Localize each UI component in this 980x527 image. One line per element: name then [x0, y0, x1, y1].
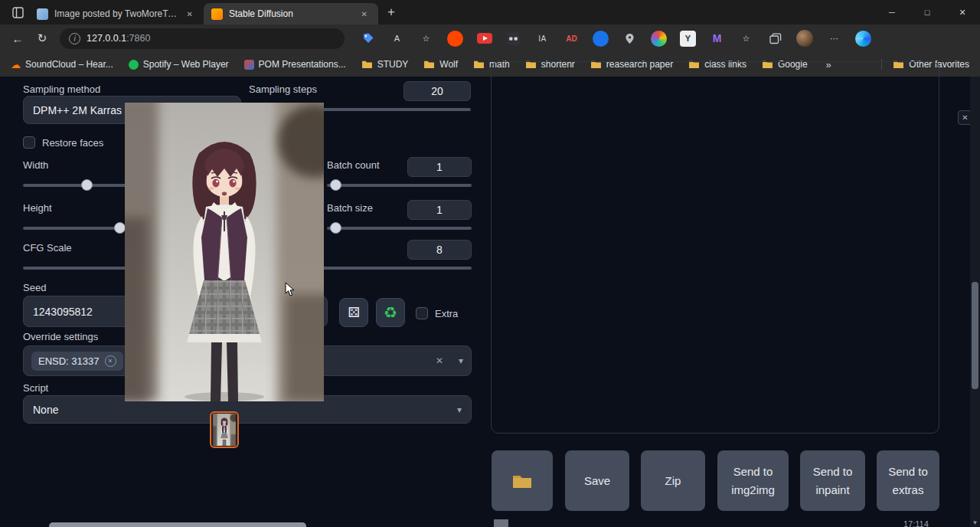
bookmark-label: SoundCloud – Hear...: [25, 59, 113, 70]
generated-image[interactable]: [125, 103, 324, 401]
tab-close-icon[interactable]: ✕: [184, 8, 196, 20]
new-tab-button[interactable]: +: [378, 5, 404, 20]
thumbnail-image: [213, 414, 236, 446]
cfg-scale-input[interactable]: 8: [407, 240, 472, 260]
profile-avatar[interactable]: [796, 30, 813, 47]
settings-more-icon[interactable]: ⋯: [826, 31, 842, 47]
tag-icon: [362, 32, 374, 44]
save-button[interactable]: Save: [565, 450, 629, 511]
tab-favicon-image-post: [37, 8, 48, 20]
sampling-method-value: DPM++ 2M Karras: [33, 104, 122, 116]
url-host: 127.0.0.1: [87, 33, 126, 44]
slider-handle[interactable]: [114, 222, 126, 234]
sampling-steps-input[interactable]: 20: [403, 81, 471, 101]
adblock-extension-icon[interactable]: AD: [564, 31, 580, 47]
collections-icon[interactable]: [767, 31, 783, 47]
back-button[interactable]: ←: [8, 28, 28, 48]
scroll-down-arrow-icon[interactable]: ▼: [970, 519, 980, 526]
blue-extension-icon[interactable]: [593, 31, 609, 47]
site-info-icon[interactable]: i: [69, 33, 80, 44]
batch-count-slider[interactable]: [327, 179, 472, 191]
width-label: Width: [23, 159, 48, 171]
youtube-extension-icon[interactable]: [476, 31, 492, 47]
mouse-cursor: [285, 282, 296, 297]
dice-icon: ⚄: [348, 304, 360, 321]
chevron-down-icon[interactable]: ▾: [459, 355, 463, 366]
batch-size-slider[interactable]: [327, 222, 472, 234]
clear-override-icon[interactable]: ✕: [436, 355, 443, 366]
tab-close-icon[interactable]: ✕: [358, 8, 371, 20]
collections-rects-icon: [769, 33, 782, 44]
shopping-tag-icon[interactable]: [360, 31, 376, 47]
mal-extension-icon[interactable]: M: [709, 31, 725, 47]
slider-handle[interactable]: [330, 222, 341, 234]
tampermonkey-extension-icon[interactable]: [505, 31, 521, 47]
tab-bar: Image posted by TwoMoreTimes ✕ Stable Di…: [0, 0, 980, 25]
bookmark-soundcloud[interactable]: ☁SoundCloud – Hear...: [11, 59, 113, 70]
browser-window: Image posted by TwoMoreTimes ✕ Stable Di…: [0, 0, 980, 527]
stable-diffusion-page: Sampling method Sampling steps 20 DPM++ …: [0, 77, 980, 527]
read-aloud-icon[interactable]: A: [389, 31, 405, 47]
extra-label: Extra: [435, 308, 458, 319]
checkbox-box[interactable]: [23, 136, 35, 149]
folder-icon: [361, 60, 373, 69]
window-controls: ─ □ ✕: [874, 0, 980, 25]
open-folder-button[interactable]: [492, 450, 553, 511]
bookmark-folder-wolf[interactable]: Wolf: [423, 59, 458, 70]
extra-seed-checkbox[interactable]: Extra: [416, 307, 458, 319]
horizontal-scrollbar-thumb[interactable]: [49, 522, 306, 527]
send-to-inpaint-button[interactable]: Send to inpaint: [800, 450, 865, 511]
url-text: 127.0.0.1:7860: [87, 33, 150, 44]
y-extension-icon[interactable]: Y: [680, 31, 696, 47]
slider-handle[interactable]: [330, 179, 341, 191]
maximize-button[interactable]: □: [910, 0, 945, 25]
refresh-button[interactable]: ↻: [32, 28, 52, 48]
gallery-thumbnail-selected[interactable]: [210, 411, 239, 448]
url-port: :7860: [126, 33, 150, 44]
bookmark-label: POM Presentations...: [259, 59, 346, 70]
ia-extension-icon[interactable]: IA: [534, 31, 550, 47]
favorites-bar-star-icon[interactable]: ☆: [738, 31, 754, 47]
browser-tab-reddit[interactable]: Image posted by TwoMoreTimes ✕: [29, 3, 204, 25]
folder-icon: [473, 60, 485, 69]
reddit-extension-icon[interactable]: [447, 31, 463, 47]
chip-remove-icon[interactable]: ×: [105, 355, 116, 367]
vertical-scrollbar[interactable]: ▼: [970, 77, 980, 527]
generated-image-wrap[interactable]: [125, 103, 324, 401]
bookmark-label: STUDY: [377, 59, 409, 70]
copilot-icon[interactable]: [855, 31, 871, 47]
send-to-img2img-button[interactable]: Send to img2img: [717, 450, 789, 511]
slider-handle[interactable]: [81, 179, 93, 191]
color-wheel-extension-icon[interactable]: [651, 31, 667, 47]
scrollbar-thumb[interactable]: [972, 282, 978, 389]
location-pin-icon[interactable]: [622, 31, 638, 47]
minimize-button[interactable]: ─: [874, 0, 910, 25]
browser-tab-stable-diffusion[interactable]: Stable Diffusion ✕: [204, 3, 378, 25]
override-chip[interactable]: ENSD: 31337 ×: [31, 352, 123, 371]
tab-title: Image posted by TwoMoreTimes: [54, 8, 178, 19]
batch-count-input[interactable]: 1: [407, 157, 472, 177]
workspaces-grid-icon: [12, 7, 24, 18]
folder-icon: [512, 473, 532, 489]
send-to-extras-button[interactable]: Send to extras: [877, 450, 939, 511]
add-favorite-star-icon[interactable]: ☆: [418, 31, 434, 47]
close-window-button[interactable]: ✕: [945, 0, 980, 25]
random-seed-button[interactable]: ⚄: [339, 298, 368, 327]
pin-icon: [625, 33, 635, 44]
checkbox-box[interactable]: [416, 307, 428, 319]
zip-button[interactable]: Zip: [641, 450, 705, 511]
address-bar[interactable]: i 127.0.0.1:7860: [60, 28, 345, 49]
youtube-play-icon: [477, 33, 492, 44]
output-gallery-panel: [491, 61, 939, 434]
bookmark-spotify[interactable]: Spotify – Web Player: [129, 59, 229, 70]
tab-favicon-stable-diffusion: [211, 8, 223, 20]
tab-workspaces-icon[interactable]: [6, 3, 29, 21]
batch-size-input[interactable]: 1: [407, 200, 472, 220]
soundcloud-icon: ☁: [11, 59, 21, 70]
restore-faces-checkbox[interactable]: Restore faces: [23, 136, 103, 149]
reuse-seed-button[interactable]: ♻: [376, 298, 405, 327]
bookmark-pom[interactable]: POM Presentations...: [244, 59, 346, 70]
partial-bottom-element: [494, 519, 508, 527]
pom-icon: [244, 60, 254, 70]
bookmark-folder-study[interactable]: STUDY: [361, 59, 409, 70]
